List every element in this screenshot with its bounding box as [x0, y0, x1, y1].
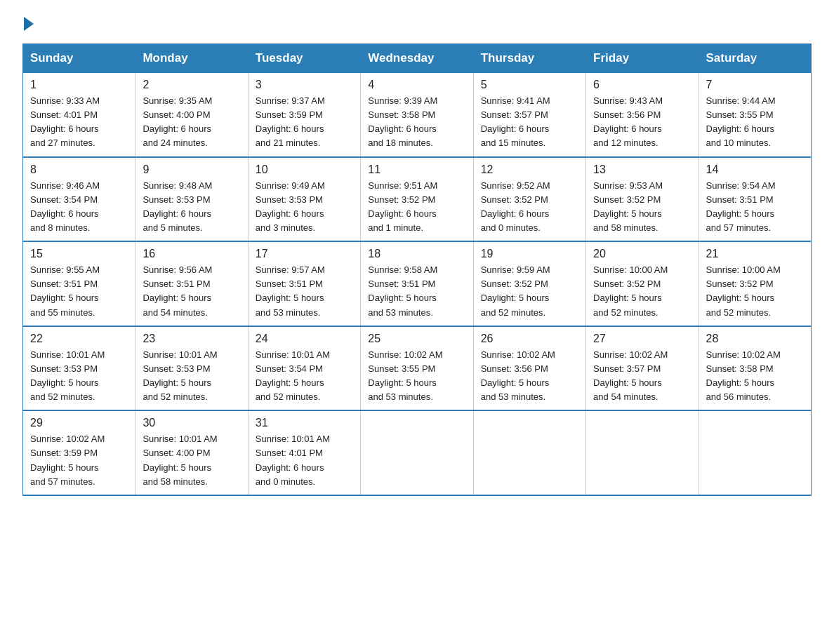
day-info: Sunrise: 10:01 AMSunset: 3:53 PMDaylight…	[30, 348, 128, 405]
day-info: Sunrise: 10:00 AMSunset: 3:52 PMDaylight…	[706, 263, 804, 320]
day-number: 31	[256, 417, 353, 429]
week-row-2: 8Sunrise: 9:46 AMSunset: 3:54 PMDaylight…	[23, 157, 812, 242]
day-cell	[473, 410, 585, 495]
day-number: 3	[256, 79, 353, 91]
day-info: Sunrise: 10:02 AMSunset: 3:58 PMDaylight…	[706, 348, 804, 405]
day-cell: 24Sunrise: 10:01 AMSunset: 3:54 PMDaylig…	[248, 326, 360, 411]
day-number: 29	[30, 417, 128, 429]
day-number: 2	[143, 79, 240, 91]
day-number: 1	[30, 79, 128, 91]
day-info: Sunrise: 9:44 AMSunset: 3:55 PMDaylight:…	[706, 94, 804, 151]
day-cell: 5Sunrise: 9:41 AMSunset: 3:57 PMDaylight…	[473, 73, 585, 157]
day-info: Sunrise: 10:01 AMSunset: 4:01 PMDaylight…	[256, 432, 353, 489]
day-info: Sunrise: 9:56 AMSunset: 3:51 PMDaylight:…	[143, 263, 240, 320]
day-info: Sunrise: 10:02 AMSunset: 3:56 PMDaylight…	[481, 348, 578, 405]
week-row-5: 29Sunrise: 10:02 AMSunset: 3:59 PMDaylig…	[23, 410, 812, 495]
day-number: 12	[481, 163, 578, 176]
day-info: Sunrise: 9:58 AMSunset: 3:51 PMDaylight:…	[368, 263, 465, 320]
day-info: Sunrise: 10:02 AMSunset: 3:59 PMDaylight…	[30, 432, 128, 489]
day-cell: 31Sunrise: 10:01 AMSunset: 4:01 PMDaylig…	[248, 410, 360, 495]
day-number: 18	[368, 248, 465, 260]
header-cell-tuesday: Tuesday	[248, 44, 360, 73]
header-cell-saturday: Saturday	[699, 44, 811, 73]
day-info: Sunrise: 9:53 AMSunset: 3:52 PMDaylight:…	[593, 179, 691, 236]
day-number: 28	[706, 333, 804, 345]
logo	[22, 17, 35, 31]
day-info: Sunrise: 9:57 AMSunset: 3:51 PMDaylight:…	[256, 263, 353, 320]
day-number: 6	[593, 79, 691, 91]
header-cell-monday: Monday	[135, 44, 248, 73]
day-number: 11	[368, 163, 465, 176]
day-cell: 20Sunrise: 10:00 AMSunset: 3:52 PMDaylig…	[586, 241, 699, 326]
day-number: 26	[481, 333, 578, 345]
day-number: 14	[706, 163, 804, 176]
day-cell: 29Sunrise: 10:02 AMSunset: 3:59 PMDaylig…	[23, 410, 135, 495]
day-info: Sunrise: 9:43 AMSunset: 3:56 PMDaylight:…	[593, 94, 691, 151]
day-cell: 16Sunrise: 9:56 AMSunset: 3:51 PMDayligh…	[135, 241, 248, 326]
header-cell-thursday: Thursday	[473, 44, 585, 73]
day-number: 24	[256, 333, 353, 345]
day-info: Sunrise: 9:54 AMSunset: 3:51 PMDaylight:…	[706, 179, 804, 236]
day-cell: 15Sunrise: 9:55 AMSunset: 3:51 PMDayligh…	[23, 241, 135, 326]
day-number: 22	[30, 333, 128, 345]
day-cell: 21Sunrise: 10:00 AMSunset: 3:52 PMDaylig…	[699, 241, 811, 326]
day-cell: 13Sunrise: 9:53 AMSunset: 3:52 PMDayligh…	[586, 157, 699, 242]
header-cell-friday: Friday	[586, 44, 699, 73]
day-number: 16	[143, 248, 240, 260]
header-cell-sunday: Sunday	[23, 44, 135, 73]
day-number: 5	[481, 79, 578, 91]
day-cell: 30Sunrise: 10:01 AMSunset: 4:00 PMDaylig…	[135, 410, 248, 495]
day-cell: 4Sunrise: 9:39 AMSunset: 3:58 PMDaylight…	[361, 73, 473, 157]
day-info: Sunrise: 10:02 AMSunset: 3:57 PMDaylight…	[593, 348, 691, 405]
calendar-body: 1Sunrise: 9:33 AMSunset: 4:01 PMDaylight…	[23, 73, 812, 495]
day-info: Sunrise: 9:55 AMSunset: 3:51 PMDaylight:…	[30, 263, 128, 320]
day-number: 9	[143, 163, 240, 176]
day-info: Sunrise: 10:01 AMSunset: 4:00 PMDaylight…	[143, 432, 240, 489]
day-number: 23	[143, 333, 240, 345]
day-cell: 3Sunrise: 9:37 AMSunset: 3:59 PMDaylight…	[248, 73, 360, 157]
day-cell: 11Sunrise: 9:51 AMSunset: 3:52 PMDayligh…	[361, 157, 473, 242]
day-info: Sunrise: 9:33 AMSunset: 4:01 PMDaylight:…	[30, 94, 128, 151]
day-number: 8	[30, 163, 128, 176]
header-cell-wednesday: Wednesday	[361, 44, 473, 73]
day-cell: 12Sunrise: 9:52 AMSunset: 3:52 PMDayligh…	[473, 157, 585, 242]
day-info: Sunrise: 9:41 AMSunset: 3:57 PMDaylight:…	[481, 94, 578, 151]
day-cell: 8Sunrise: 9:46 AMSunset: 3:54 PMDaylight…	[23, 157, 135, 242]
day-cell: 18Sunrise: 9:58 AMSunset: 3:51 PMDayligh…	[361, 241, 473, 326]
day-cell: 23Sunrise: 10:01 AMSunset: 3:53 PMDaylig…	[135, 326, 248, 411]
day-number: 10	[256, 163, 353, 176]
day-number: 21	[706, 248, 804, 260]
day-cell: 6Sunrise: 9:43 AMSunset: 3:56 PMDaylight…	[586, 73, 699, 157]
day-info: Sunrise: 9:35 AMSunset: 4:00 PMDaylight:…	[143, 94, 240, 151]
day-info: Sunrise: 10:00 AMSunset: 3:52 PMDaylight…	[593, 263, 691, 320]
day-info: Sunrise: 10:02 AMSunset: 3:55 PMDaylight…	[368, 348, 465, 405]
day-info: Sunrise: 9:51 AMSunset: 3:52 PMDaylight:…	[368, 179, 465, 236]
day-cell	[586, 410, 699, 495]
day-cell: 7Sunrise: 9:44 AMSunset: 3:55 PMDaylight…	[699, 73, 811, 157]
day-number: 4	[368, 79, 465, 91]
day-info: Sunrise: 9:37 AMSunset: 3:59 PMDaylight:…	[256, 94, 353, 151]
day-cell	[361, 410, 473, 495]
day-info: Sunrise: 9:46 AMSunset: 3:54 PMDaylight:…	[30, 179, 128, 236]
day-cell: 28Sunrise: 10:02 AMSunset: 3:58 PMDaylig…	[699, 326, 811, 411]
day-cell: 26Sunrise: 10:02 AMSunset: 3:56 PMDaylig…	[473, 326, 585, 411]
day-number: 19	[481, 248, 578, 260]
week-row-3: 15Sunrise: 9:55 AMSunset: 3:51 PMDayligh…	[23, 241, 812, 326]
page-header	[22, 17, 812, 31]
day-cell: 2Sunrise: 9:35 AMSunset: 4:00 PMDaylight…	[135, 73, 248, 157]
day-cell: 22Sunrise: 10:01 AMSunset: 3:53 PMDaylig…	[23, 326, 135, 411]
day-cell: 14Sunrise: 9:54 AMSunset: 3:51 PMDayligh…	[699, 157, 811, 242]
day-number: 27	[593, 333, 691, 345]
day-info: Sunrise: 9:39 AMSunset: 3:58 PMDaylight:…	[368, 94, 465, 151]
day-cell: 17Sunrise: 9:57 AMSunset: 3:51 PMDayligh…	[248, 241, 360, 326]
day-cell: 10Sunrise: 9:49 AMSunset: 3:53 PMDayligh…	[248, 157, 360, 242]
day-number: 25	[368, 333, 465, 345]
day-cell	[699, 410, 811, 495]
day-number: 7	[706, 79, 804, 91]
day-info: Sunrise: 9:59 AMSunset: 3:52 PMDaylight:…	[481, 263, 578, 320]
day-cell: 27Sunrise: 10:02 AMSunset: 3:57 PMDaylig…	[586, 326, 699, 411]
day-number: 13	[593, 163, 691, 176]
week-row-1: 1Sunrise: 9:33 AMSunset: 4:01 PMDaylight…	[23, 73, 812, 157]
day-info: Sunrise: 10:01 AMSunset: 3:54 PMDaylight…	[256, 348, 353, 405]
day-cell: 9Sunrise: 9:48 AMSunset: 3:53 PMDaylight…	[135, 157, 248, 242]
